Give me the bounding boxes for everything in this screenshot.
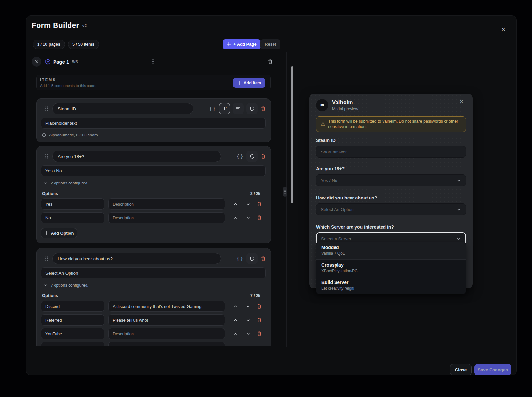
close-button[interactable]: Close (450, 364, 472, 375)
delete-item-button[interactable] (261, 154, 266, 159)
move-option-up-button[interactable] (233, 216, 238, 220)
dropdown-option-build-server[interactable]: Build Server Let creativity reign! (316, 277, 466, 294)
options-label: Options (42, 191, 58, 196)
options-configured-toggle[interactable]: 7 options configured. (41, 283, 266, 288)
delete-option-button[interactable] (257, 304, 262, 309)
trash-icon (257, 317, 262, 323)
item-drag-handle[interactable] (41, 154, 52, 159)
question-label-input[interactable] (52, 103, 193, 114)
variables-button[interactable]: { } (209, 106, 216, 111)
paragraph-style-button[interactable] (233, 103, 244, 114)
delete-option-button[interactable] (257, 201, 262, 207)
close-icon[interactable]: ✕ (458, 98, 465, 105)
add-item-button[interactable]: Add Item (233, 78, 265, 88)
validation-summary: Alphanumeric, 8-100 chars (41, 133, 266, 137)
options-label: Options (42, 293, 58, 298)
option-row (41, 198, 266, 210)
options-configured-toggle[interactable]: 2 options configured. (41, 181, 266, 185)
question-label-input[interactable] (52, 151, 221, 162)
validation-button[interactable] (246, 103, 258, 114)
move-option-down-button[interactable] (246, 202, 250, 206)
delete-option-button[interactable] (257, 317, 262, 323)
option-description-input[interactable] (108, 212, 225, 223)
validation-button[interactable] (246, 253, 258, 264)
align-lines-icon (236, 106, 241, 111)
move-option-up-button[interactable] (233, 202, 238, 206)
chevron-down-icon (456, 178, 461, 183)
chevron-down-icon (246, 318, 250, 322)
reset-button[interactable]: Reset (260, 39, 280, 49)
page-cube-icon (45, 59, 51, 65)
option-description-input[interactable] (108, 314, 225, 326)
option-row (41, 342, 266, 346)
age-select[interactable]: Yes / No (316, 174, 466, 186)
add-option-button[interactable]: Add Option (41, 228, 77, 238)
question-label-input[interactable] (52, 253, 221, 264)
panel-resize-handle[interactable] (283, 187, 287, 197)
dropdown-option-modded[interactable]: Modded Vanilla + QoL (316, 242, 466, 259)
shield-icon (42, 133, 46, 137)
add-page-button[interactable]: + Add Page (223, 39, 261, 49)
dropdown-option-crossplay[interactable]: Crossplay XBox/Playstation/PC (316, 259, 466, 277)
option-name-input[interactable] (41, 301, 104, 312)
hear-about-us-select[interactable]: Select An Option (316, 203, 466, 215)
chevron-down-icon (246, 332, 250, 336)
chevron-down-icon (44, 181, 48, 185)
delete-option-button[interactable] (257, 215, 262, 220)
placeholder-text-input[interactable] (41, 118, 266, 129)
text-style-button[interactable]: T (219, 103, 230, 114)
preview-title: Valheim (332, 99, 358, 106)
answer-placeholder-input[interactable] (41, 165, 266, 176)
option-name-input[interactable] (41, 198, 104, 210)
chevron-down-icon (456, 236, 461, 241)
collapse-page-button[interactable] (32, 57, 41, 67)
delete-option-button[interactable] (257, 331, 262, 336)
variables-button[interactable]: { } (236, 154, 244, 159)
variables-button[interactable]: { } (236, 256, 244, 261)
item-drag-handle[interactable] (41, 256, 52, 261)
move-option-up-button[interactable] (233, 318, 238, 322)
scrollbar[interactable] (291, 66, 293, 203)
move-option-up-button[interactable] (233, 332, 238, 336)
move-option-down-button[interactable] (246, 304, 250, 309)
answer-placeholder-input[interactable] (41, 267, 266, 278)
options-counter: 7 / 25 (250, 294, 260, 298)
option-row (41, 314, 266, 326)
page-drag-handle[interactable] (151, 59, 155, 66)
items-panel-title: ITEMS (40, 78, 56, 82)
shield-icon (250, 106, 255, 111)
option-description-input[interactable] (108, 198, 225, 210)
move-option-down-button[interactable] (246, 332, 250, 336)
option-name-input[interactable] (41, 212, 104, 223)
option-name-input[interactable] (41, 314, 104, 326)
items-panel-subtitle: Add 1-5 components to this page. (40, 84, 96, 87)
chevron-down-icon (246, 216, 250, 220)
option-description-input[interactable] (108, 301, 225, 312)
move-option-down-button[interactable] (246, 216, 250, 220)
field-label: How did you hear about us? (316, 195, 466, 200)
validation-button[interactable] (246, 151, 258, 162)
option-name-input[interactable] (41, 328, 104, 339)
drag-dots-icon (45, 106, 49, 111)
option-row (41, 301, 266, 312)
move-option-up-button[interactable] (233, 304, 238, 309)
short-answer-input[interactable]: Short answer (316, 146, 466, 158)
trash-icon (257, 331, 262, 336)
delete-item-button[interactable] (261, 256, 266, 261)
option-name-input[interactable] (41, 342, 104, 346)
page-header-row: Page 1 5/5 (32, 56, 281, 67)
delete-item-button[interactable] (261, 106, 266, 111)
page-title: Form Builderv2 (32, 21, 87, 30)
option-description-input[interactable] (108, 342, 225, 346)
item-drag-handle[interactable] (41, 106, 52, 111)
move-option-down-button[interactable] (246, 318, 250, 322)
plus-icon (44, 231, 48, 235)
close-icon[interactable]: ✕ (499, 25, 508, 34)
save-changes-button[interactable]: Save Changes (474, 364, 511, 375)
builder-scroll-area: ITEMS Add 1-5 components to this page. A… (32, 72, 281, 346)
builder-item-hear-about-us: { } 7 options configured. Options 7 / 25 (36, 248, 271, 346)
counters: 1 / 10 pages 5 / 50 items (33, 40, 99, 49)
chevron-up-icon (233, 216, 238, 220)
delete-page-button[interactable] (268, 59, 273, 64)
option-description-input[interactable] (108, 328, 225, 339)
